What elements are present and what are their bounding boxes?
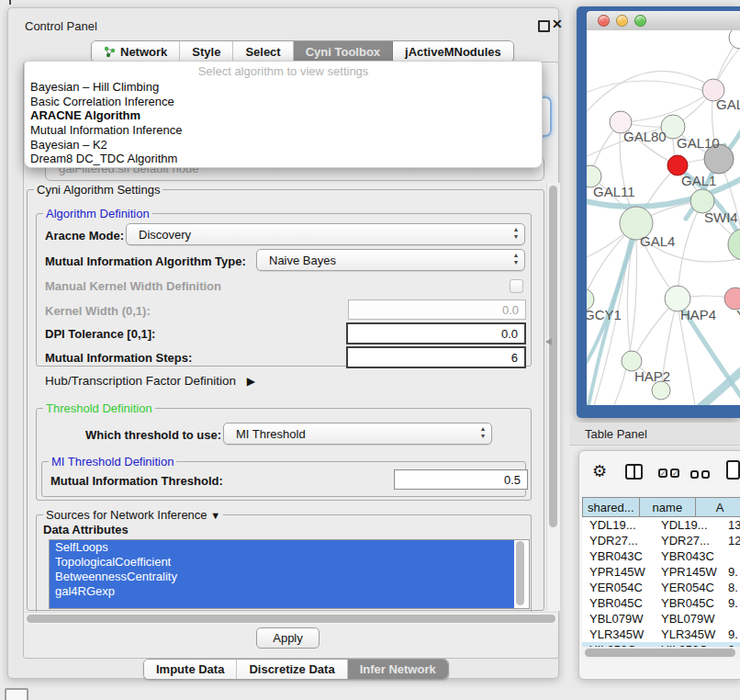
expanded-arrow-icon[interactable]: ▼ [210, 510, 220, 521]
top-tick-mark [9, 0, 11, 5]
combo-stepper-icon: ▴▾ [514, 252, 518, 266]
kernel-width-value: 0.0 [502, 303, 519, 317]
table-hscrollbar-thumb[interactable] [585, 649, 735, 657]
network-canvas[interactable]: GALGAL80GAL10GAL1GAL11SWI4GAL4GCY1HAP4YH… [587, 30, 740, 405]
table-row[interactable]: YDL19...YDL19...13 [582, 517, 740, 533]
network-edge[interactable] [717, 49, 739, 82]
network-window-titlebar[interactable] [587, 11, 740, 31]
tab-style[interactable]: Style [180, 41, 233, 62]
attribute-item[interactable] [50, 599, 514, 609]
network-node-label: GAL80 [623, 129, 667, 144]
mi-type-combo[interactable]: Naive Bayes ▴▾ [256, 249, 525, 271]
splitpane-arrow-icon[interactable] [545, 338, 552, 345]
tab-select[interactable]: Select [233, 41, 293, 62]
split-columns-icon[interactable] [625, 464, 643, 480]
table-hscrollbar-track[interactable] [582, 647, 740, 659]
close-icon[interactable]: ✕ [552, 17, 563, 31]
mi-threshold-input[interactable]: 0.5 [394, 469, 528, 490]
algorithm-option[interactable]: Basic Correlation Inference [25, 95, 542, 109]
aracne-mode-combo[interactable]: Discovery ▴▾ [126, 223, 525, 245]
attribute-item[interactable]: TopologicalCoefficient [50, 555, 514, 570]
tab-impute-data[interactable]: Impute Data [144, 660, 237, 679]
mac-close-button[interactable] [598, 15, 610, 27]
hub-definition-label: Hub/Transcription Factor Definition [45, 374, 236, 388]
combo-stepper-icon: ▴▾ [481, 425, 485, 440]
which-threshold-combo[interactable]: MI Threshold ▴▾ [223, 423, 492, 445]
network-node-label: GAL1 [681, 173, 716, 188]
kernel-width-input[interactable]: 0.0 [348, 299, 526, 320]
deselect-all-icon[interactable] [690, 470, 710, 479]
mi-steps-label: Mutual Information Steps: [45, 351, 192, 365]
mi-steps-input[interactable]: 6 [346, 346, 526, 368]
table-row[interactable]: YBR043CYBR043C [582, 548, 740, 564]
attributes-list-scrollbar[interactable] [516, 541, 524, 605]
attribute-item[interactable]: BetweennessCentrality [50, 570, 514, 584]
settings-vscrollbar-track[interactable] [546, 183, 560, 611]
tab-network[interactable]: Network [92, 41, 180, 62]
table-cell: YLR345W [654, 627, 724, 641]
settings-vscrollbar-thumb[interactable] [549, 186, 557, 527]
tab-label: Impute Data [156, 662, 224, 676]
table-row[interactable]: YLR345WYLR345W9. [582, 627, 740, 642]
table-panel-titlebar: Table Panel [569, 423, 740, 446]
attribute-item[interactable]: SelfLoops [50, 540, 514, 555]
collapsed-arrow-icon: ▶ [247, 375, 255, 388]
algorithm-option[interactable]: ARACNE Algorithm [25, 108, 542, 123]
apply-button-label: Apply [273, 631, 303, 645]
settings-hscrollbar-track[interactable] [25, 612, 557, 625]
column-header-shared...[interactable]: shared... [582, 497, 640, 517]
column-header-A[interactable]: A [696, 497, 740, 517]
table-row[interactable]: YDR27...YDR27...12 [582, 533, 740, 548]
select-all-icon[interactable]: ✓ ✓ [658, 469, 679, 478]
algorithm-option[interactable]: Bayesian – Hill Climbing [25, 80, 542, 95]
screen: Control Panel ✕ NetworkStyleSelectCyni T… [0, 0, 740, 700]
mi-type-label: Mutual Information Algorithm Type: [45, 254, 246, 268]
page-icon[interactable] [726, 460, 740, 480]
table-cell: YDR27... [582, 534, 654, 548]
table-row[interactable]: YPR145WYPR145W9. [582, 564, 740, 580]
apply-button[interactable]: Apply [256, 627, 320, 649]
mi-type-value: Naive Bayes [269, 254, 336, 267]
attribute-item[interactable]: gal4RGexp [50, 584, 514, 599]
tab-discretize-data[interactable]: Discretize Data [237, 660, 347, 679]
floating-grip-box[interactable] [5, 688, 28, 700]
tab-label: Network [120, 45, 167, 59]
table-panel-window: ⚙ ✓ ✓ shared...nameA YDL19...YDL19...13Y… [578, 450, 740, 680]
network-edge[interactable] [587, 234, 623, 260]
hub-definition-toggle[interactable]: Hub/Transcription Factor Definition ▶ [45, 374, 255, 388]
table-cell: 9. [724, 627, 740, 641]
network-node[interactable] [652, 381, 670, 400]
tab-infer-network[interactable]: Infer Network [348, 660, 448, 679]
algorithm-option[interactable]: Mutual Information Inference [25, 123, 542, 138]
settings-hscrollbar-thumb[interactable] [27, 615, 555, 623]
algorithm-option[interactable]: Bayesian – K2 [25, 138, 542, 152]
dpi-tolerance-value: 0.0 [501, 327, 518, 341]
dpi-tolerance-input[interactable]: 0.0 [346, 322, 526, 344]
mac-zoom-button[interactable] [634, 15, 646, 27]
column-header-name[interactable]: name [640, 497, 697, 517]
table-row[interactable]: YER054CYER054C8. [582, 580, 740, 595]
table-cell: YBR043C [654, 549, 724, 563]
table-panel-title: Table Panel [585, 427, 647, 441]
network-node[interactable] [729, 30, 740, 49]
table-row[interactable]: YBL079WYBL079W [582, 611, 740, 627]
network-node-label: SWI4 [704, 209, 738, 225]
algorithm-option[interactable]: Dream8 DC_TDC Algorithm [25, 152, 542, 166]
table-row[interactable]: YBR045CYBR045C9. [582, 595, 740, 611]
data-attributes-list[interactable]: SelfLoopsTopologicalCoefficientBetweenne… [49, 539, 530, 609]
mac-minimize-button[interactable] [616, 15, 628, 27]
network-edge[interactable] [587, 81, 715, 95]
sources-title-text: Sources for Network Inference [46, 508, 207, 522]
network-node-label: GCY1 [587, 307, 622, 322]
mi-threshold-label: Mutual Information Threshold: [50, 474, 223, 488]
table-rows: YDL19...YDL19...13YDR27...YDR27...12YBR0… [582, 517, 740, 647]
network-edge[interactable] [587, 71, 706, 118]
gear-icon[interactable]: ⚙ [592, 461, 607, 481]
network-node-label: HAP2 [634, 368, 670, 384]
tab-cyni-toolbox[interactable]: Cyni Toolbox [294, 41, 393, 62]
float-window-icon[interactable] [538, 20, 550, 32]
manual-kernel-checkbox[interactable] [510, 279, 523, 293]
tab-jactivemnodules[interactable]: jActiveMNodules [393, 41, 513, 62]
table-header: shared...nameA [582, 497, 740, 517]
which-threshold-value: MI Threshold [236, 427, 306, 441]
